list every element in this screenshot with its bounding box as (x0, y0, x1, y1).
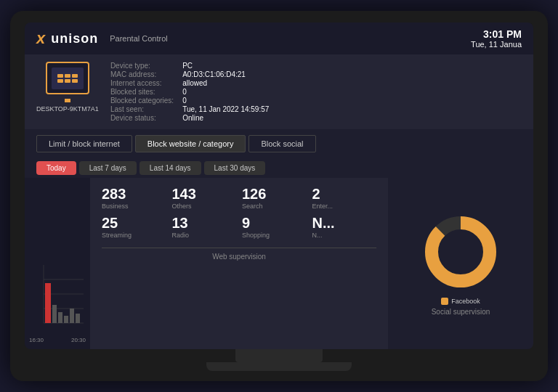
stat-label-n: N... (312, 232, 323, 239)
chart-area: 16:30 20:30 (25, 178, 90, 349)
svg-rect-6 (52, 305, 57, 323)
donut-svg (421, 212, 501, 292)
stat-radio: 13 Radio (172, 216, 237, 239)
last-seen-value: Tue, 11 Jan 2022 14:59:57 (182, 105, 269, 113)
stats-grid: 283 Business 143 Others 126 Search 2 Ent… (102, 187, 376, 239)
date-filter: Today Last 7 days Last 14 days Last 30 d… (25, 158, 533, 178)
status-label: Device status: (110, 114, 174, 122)
tab-block-social[interactable]: Block social (248, 135, 315, 152)
dot4 (57, 79, 63, 83)
blocked-cat-value: 0 (182, 97, 269, 105)
donut-chart (421, 212, 501, 292)
chart-label-1: 16:30 (29, 337, 44, 343)
blocked-sites-label: Blocked sites: (110, 88, 174, 96)
type-label: Device type: (110, 62, 174, 70)
stat-label-business: Business (102, 203, 129, 210)
chart-label-2: 20:30 (71, 337, 86, 343)
stat-search: 126 Search (242, 187, 307, 210)
device-section: DESKTOP-9KTM7A1 Device type: PC MAC addr… (25, 54, 533, 129)
device-name: DESKTOP-9KTM7A1 (36, 105, 99, 113)
donut-area: Facebook Social supervision (388, 178, 533, 349)
date-last14[interactable]: Last 14 days (140, 161, 201, 175)
blocked-cat-label: Blocked categories: (110, 97, 174, 105)
tab-block-website[interactable]: Block website / category (135, 135, 246, 152)
chart-labels: 16:30 20:30 (29, 337, 86, 343)
stat-number-search: 126 (242, 187, 266, 201)
date: Tue, 11 Janua (471, 40, 522, 49)
date-last7[interactable]: Last 7 days (79, 161, 137, 175)
time-area: 3:01 PM Tue, 11 Janua (471, 28, 522, 49)
logo-name: unison (51, 31, 98, 46)
stats-area: 283 Business 143 Others 126 Search 2 Ent… (90, 178, 388, 349)
legend-dot-facebook (441, 298, 448, 305)
tab-limit[interactable]: Limit / block internet (36, 135, 132, 152)
tv-screen: x unison Parental Control 3:01 PM Tue, 1… (25, 23, 533, 349)
stat-number-others: 143 (172, 187, 196, 201)
svg-point-12 (432, 223, 490, 281)
stat-business: 283 Business (102, 187, 166, 210)
stat-number-enter: 2 (312, 187, 320, 201)
device-icon-area: DESKTOP-9KTM7A1 (36, 62, 99, 113)
tab-buttons: Limit / block internet Block website / c… (25, 129, 533, 158)
stat-label-enter: Enter... (312, 203, 333, 210)
stat-label-search: Search (242, 203, 263, 210)
logo-x-icon: x (36, 29, 45, 48)
tv-stand-neck (235, 349, 323, 362)
stat-label-others: Others (172, 203, 192, 210)
stat-enter: 2 Enter... (312, 187, 377, 210)
internet-label: Internet access: (110, 79, 174, 87)
stat-label-streaming: Streaming (102, 232, 132, 239)
internet-value: allowed (182, 79, 269, 87)
content-area: 16:30 20:30 283 Business 143 Others (25, 178, 533, 349)
stat-number-streaming: 25 (102, 216, 118, 230)
dot5 (65, 79, 70, 83)
stat-number-shopping: 9 (242, 216, 250, 230)
stat-others: 143 Others (172, 187, 237, 210)
web-supervision-label: Web supervision (102, 248, 376, 261)
blocked-sites-value: 0 (182, 88, 269, 96)
type-value: PC (182, 62, 269, 70)
date-last30[interactable]: Last 30 days (204, 161, 266, 175)
dot6 (72, 79, 78, 83)
stat-label-shopping: Shopping (242, 232, 270, 239)
stat-n: N... N... (312, 216, 377, 239)
monitor-stand-icon (65, 99, 70, 102)
stat-label-radio: Radio (172, 232, 190, 239)
monitor-screen (52, 68, 84, 89)
dot2 (65, 74, 70, 78)
logo-parental: Parental Control (110, 34, 168, 43)
stat-streaming: 25 Streaming (102, 216, 166, 239)
logo-area: x unison Parental Control (36, 29, 168, 48)
monitor-dots (57, 74, 78, 83)
stat-number-business: 283 (102, 187, 126, 201)
mac-label: MAC address: (110, 70, 174, 78)
status-value: Online (182, 114, 269, 122)
tv-stand-base (206, 362, 352, 371)
svg-rect-8 (64, 316, 68, 323)
mac-value: A0:D3:C1:06:D4:21 (182, 70, 269, 78)
bar-chart (29, 261, 87, 334)
stat-number-radio: 13 (172, 216, 188, 230)
stat-number-n: N... (312, 216, 335, 230)
svg-rect-7 (58, 312, 62, 323)
social-supervision-label: Social supervision (432, 308, 490, 316)
dot1 (57, 74, 63, 78)
header: x unison Parental Control 3:01 PM Tue, 1… (25, 23, 533, 54)
legend-facebook: Facebook (441, 298, 480, 305)
svg-rect-5 (45, 283, 51, 323)
clock: 3:01 PM (471, 28, 522, 40)
dot3 (72, 74, 78, 78)
last-seen-label: Last seen: (110, 105, 174, 113)
legend-label-facebook: Facebook (451, 298, 480, 305)
date-today[interactable]: Today (36, 161, 76, 175)
svg-rect-10 (76, 314, 80, 323)
stat-shopping: 9 Shopping (242, 216, 307, 239)
device-icon (46, 62, 89, 94)
device-info: Device type: PC MAC address: A0:D3:C1:06… (110, 62, 269, 122)
tv-outer: x unison Parental Control 3:01 PM Tue, 1… (10, 11, 548, 381)
svg-rect-9 (70, 309, 74, 323)
